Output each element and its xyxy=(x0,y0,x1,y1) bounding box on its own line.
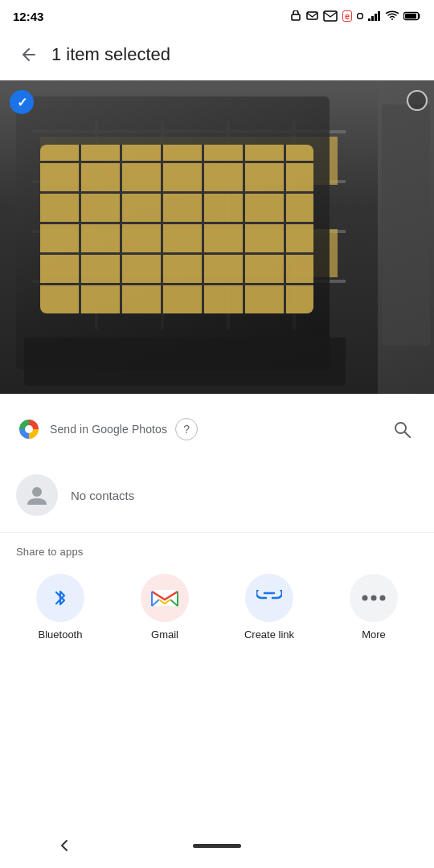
battery-icon xyxy=(403,11,421,21)
wifi-icon xyxy=(386,10,399,22)
google-photos-logo xyxy=(16,416,42,442)
back-button[interactable] xyxy=(13,39,45,71)
svg-rect-7 xyxy=(378,11,380,21)
photo-unselect-circle[interactable] xyxy=(407,90,428,111)
header: 1 item selected xyxy=(0,29,434,80)
ebay-badge: e xyxy=(342,10,352,22)
svg-point-18 xyxy=(380,596,386,601)
svg-point-13 xyxy=(32,487,42,497)
search-icon xyxy=(392,420,411,439)
contact-avatar xyxy=(16,474,58,516)
nav-home-indicator[interactable] xyxy=(193,844,241,848)
mail-icon xyxy=(323,10,338,22)
svg-point-10 xyxy=(25,425,33,433)
more-app[interactable]: More xyxy=(330,574,418,641)
more-label: More xyxy=(362,628,386,641)
svg-rect-9 xyxy=(405,14,416,18)
photo-area xyxy=(0,80,434,394)
circle-dot-icon xyxy=(357,13,363,19)
svg-point-3 xyxy=(358,14,363,19)
page-title: 1 item selected xyxy=(51,44,170,65)
bluetooth-icon-container xyxy=(36,574,84,622)
gmail-icon-container xyxy=(141,574,189,622)
contacts-row: No contacts xyxy=(0,458,434,533)
share-section: Send in Google Photos ? xyxy=(0,394,434,458)
nav-back-icon xyxy=(55,836,74,855)
svg-rect-1 xyxy=(307,12,317,19)
signal-icon xyxy=(368,10,381,22)
gp-left: Send in Google Photos ? xyxy=(16,416,198,442)
share-to-apps-label: Share to apps xyxy=(0,533,434,567)
svg-rect-6 xyxy=(375,14,377,21)
more-dots-icon xyxy=(361,594,387,602)
svg-rect-2 xyxy=(324,11,337,21)
photo-checkmark xyxy=(10,90,34,114)
apps-row: Bluetooth Gmail Create link xyxy=(0,567,434,657)
status-time: 12:43 xyxy=(13,10,43,23)
help-icon-btn[interactable]: ? xyxy=(175,418,198,440)
svg-line-12 xyxy=(405,432,411,438)
bluetooth-app[interactable]: Bluetooth xyxy=(16,574,104,641)
nav-bar xyxy=(0,823,434,868)
nav-back-button[interactable] xyxy=(48,829,80,862)
create-link-label: Create link xyxy=(244,628,294,641)
back-icon xyxy=(19,45,39,64)
svg-rect-4 xyxy=(368,18,371,21)
help-icon: ? xyxy=(183,423,190,436)
person-icon xyxy=(25,483,49,507)
photo-side[interactable] xyxy=(378,80,434,394)
google-photos-label: Send in Google Photos xyxy=(50,423,167,436)
photo-selected[interactable] xyxy=(0,80,378,394)
gmail-label: Gmail xyxy=(151,628,178,641)
no-contacts-text: No contacts xyxy=(71,489,134,502)
create-link-icon-container xyxy=(245,574,293,622)
gmail-icon xyxy=(151,588,178,608)
svg-rect-0 xyxy=(292,14,300,20)
status-bar: 12:43 e xyxy=(0,0,434,29)
svg-point-16 xyxy=(362,596,368,601)
message-icon xyxy=(306,10,318,22)
create-link-app[interactable]: Create link xyxy=(225,574,313,641)
svg-rect-5 xyxy=(371,16,374,21)
svg-point-17 xyxy=(371,596,377,601)
bluetooth-label: Bluetooth xyxy=(39,628,83,641)
more-icon-container xyxy=(350,574,398,622)
gmail-app[interactable]: Gmail xyxy=(121,574,209,641)
google-photos-row: Send in Google Photos ? xyxy=(16,407,418,452)
link-icon xyxy=(256,590,282,606)
notification-icon xyxy=(290,10,301,22)
status-icons: e xyxy=(290,10,421,22)
bluetooth-icon xyxy=(48,586,72,610)
search-button[interactable] xyxy=(386,413,418,445)
